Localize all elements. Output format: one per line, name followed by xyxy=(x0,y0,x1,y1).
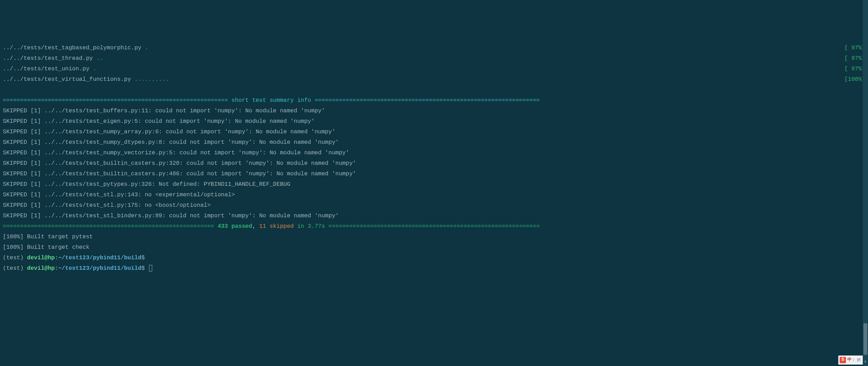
cursor xyxy=(149,265,152,272)
ime-lang-indicator: 中 xyxy=(847,356,852,364)
skipped-line: SKIPPED [1] ../../tests/test_stl.py:143:… xyxy=(3,190,865,200)
skipped-line: SKIPPED [1] ../../tests/test_eigen.py:5:… xyxy=(3,116,865,127)
blank-line xyxy=(3,85,865,95)
test-line: ../../tests/test_thread.py ..[ 97%] xyxy=(3,53,865,64)
test-path: ../../tests/test_tagbased_polymorphic.py xyxy=(3,44,145,51)
build-line: [100%] Built target check xyxy=(3,242,865,253)
skipped-line: SKIPPED [1] ../../tests/test_builtin_cas… xyxy=(3,169,865,179)
skipped-line: SKIPPED [1] ../../tests/test_stl.py:175:… xyxy=(3,200,865,211)
test-dots: . xyxy=(145,44,148,51)
result-line: ========================================… xyxy=(3,221,865,232)
skipped-line: SKIPPED [1] ../../tests/test_buffers.py:… xyxy=(3,106,865,116)
test-percent: [ 97%] xyxy=(845,43,865,53)
test-dots: . xyxy=(93,65,96,72)
test-path: ../../tests/test_thread.py xyxy=(3,55,96,62)
test-path: ../../tests/test_union.py xyxy=(3,65,93,72)
skipped-line: SKIPPED [1] ../../tests/test_numpy_array… xyxy=(3,127,865,137)
shell-prompt[interactable]: (test) devil@hp:~/test123/pybind11/build… xyxy=(3,253,865,263)
prompt-path: ~/test123/pybind11/build xyxy=(58,254,141,261)
scrollbar-thumb[interactable] xyxy=(863,323,867,355)
prompt-dollar: $ xyxy=(141,265,148,272)
prompt-user: devil@hp xyxy=(27,265,55,272)
prompt-env: (test) xyxy=(3,265,27,272)
prompt-env: (test) xyxy=(3,254,27,261)
ime-logo-icon: S xyxy=(840,357,846,363)
prompt-colon: : xyxy=(55,254,58,261)
build-line: [100%] Built target pytest xyxy=(3,232,865,242)
scrollbar-track[interactable] xyxy=(863,0,868,358)
test-line: ../../tests/test_virtual_functions.py ..… xyxy=(3,74,865,85)
skipped-line: SKIPPED [1] ../../tests/test_numpy_vecto… xyxy=(3,148,865,158)
prompt-path: ~/test123/pybind11/build xyxy=(58,265,141,272)
skipped-line: SKIPPED [1] ../../tests/test_builtin_cas… xyxy=(3,158,865,169)
scrollbar-down-button[interactable]: ▼ xyxy=(863,358,868,366)
prompt-user: devil@hp xyxy=(27,254,55,261)
ime-widget[interactable]: S 中 ⁞ 拼 ✲ xyxy=(838,356,867,365)
skipped-line: SKIPPED [1] ../../tests/test_numpy_dtype… xyxy=(3,137,865,148)
prompt-colon: : xyxy=(55,265,58,272)
shell-prompt[interactable]: (test) devil@hp:~/test123/pybind11/build… xyxy=(3,263,865,274)
prompt-dollar: $ xyxy=(141,254,148,261)
test-dots: .......... xyxy=(134,76,169,83)
test-percent: [ 97%] xyxy=(845,64,865,74)
terminal-output[interactable]: ../../tests/test_tagbased_polymorphic.py… xyxy=(3,43,865,274)
skipped-line: SKIPPED [1] ../../tests/test_pytypes.py:… xyxy=(3,179,865,190)
summary-header: ========================================… xyxy=(3,95,865,106)
test-percent: [100%] xyxy=(845,74,865,85)
test-percent: [ 97%] xyxy=(845,53,865,64)
test-line: ../../tests/test_union.py .[ 97%] xyxy=(3,64,865,74)
test-line: ../../tests/test_tagbased_polymorphic.py… xyxy=(3,43,865,53)
test-dots: .. xyxy=(96,55,103,62)
skipped-line: SKIPPED [1] ../../tests/test_stl_binders… xyxy=(3,211,865,221)
test-path: ../../tests/test_virtual_functions.py xyxy=(3,76,134,83)
